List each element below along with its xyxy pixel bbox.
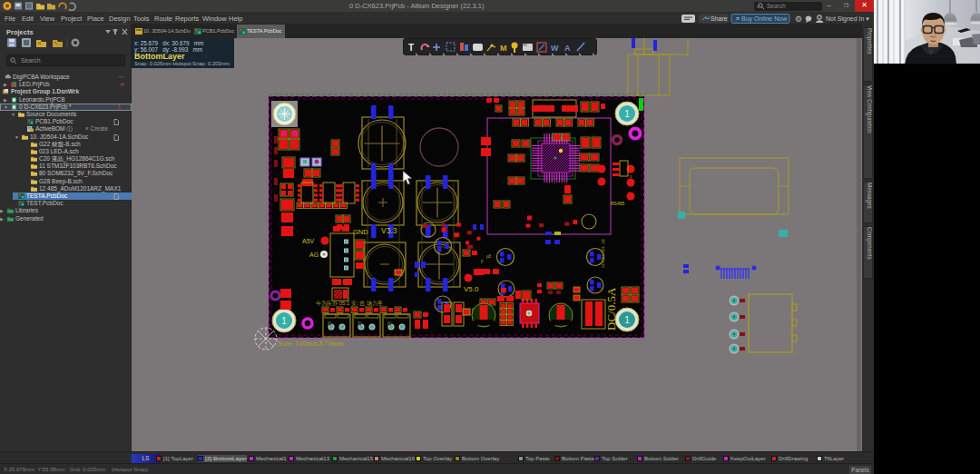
- svg-text:GND: GND: [353, 228, 368, 236]
- svg-text:1: 1: [624, 109, 630, 119]
- svg-text:⚙: ⚙: [795, 15, 802, 24]
- svg-text:1: 1: [281, 316, 287, 326]
- svg-text:A: A: [564, 44, 571, 53]
- svg-text:Buy Online Now: Buy Online Now: [741, 15, 788, 23]
- svg-text:F: F: [481, 260, 484, 264]
- svg-text:W: W: [551, 44, 559, 53]
- svg-text:Not Signed In ▾: Not Signed In ▾: [826, 15, 869, 23]
- svg-text:V5.0: V5.0: [464, 285, 479, 293]
- svg-text:M: M: [500, 44, 507, 53]
- svg-text:µ8: µ8: [486, 254, 492, 259]
- svg-text:Size: 110mmX70mm: Size: 110mmX70mm: [278, 339, 344, 348]
- svg-text:AG: AG: [309, 252, 318, 258]
- svg-text:A5V: A5V: [302, 238, 315, 244]
- svg-text:午为应办 05:1 安::也 场力至: 午为应办 05:1 安::也 场力至: [316, 300, 383, 307]
- svg-text:DC/0.5A: DC/0.5A: [604, 287, 618, 331]
- svg-text:1: 1: [624, 315, 630, 325]
- svg-text:V3.3: V3.3: [381, 226, 397, 235]
- svg-text:T: T: [408, 43, 414, 53]
- svg-text:Share: Share: [710, 15, 728, 22]
- svg-text:RS485: RS485: [611, 201, 625, 206]
